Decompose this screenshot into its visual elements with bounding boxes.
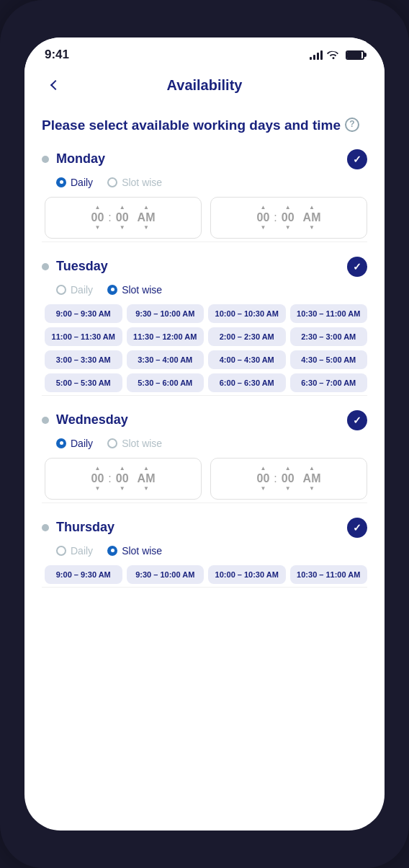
header: Availability: [24, 68, 385, 105]
toggle-daily-thursday[interactable]: Daily: [56, 545, 93, 557]
radio-slotwise-tuesday: [107, 285, 117, 295]
radio-daily-thursday: [56, 546, 66, 556]
day-check-wednesday[interactable]: ✓: [347, 410, 367, 430]
slots-grid-tuesday: 9:00 – 9:30 AM9:30 – 10:00 AM10:00 – 10:…: [45, 304, 367, 392]
day-check-monday[interactable]: ✓: [347, 149, 367, 169]
slot-item-tuesday-14[interactable]: 6:00 – 6:30 AM: [208, 373, 286, 392]
toggle-label-slotwise-tuesday: Slot wise: [122, 284, 162, 296]
toggle-label-daily-wednesday: Daily: [71, 438, 93, 449]
slot-item-thursday-1[interactable]: 9:30 – 10:00 AM: [127, 565, 204, 584]
page-subtitle: Please select available working days and…: [42, 117, 367, 135]
radio-slotwise-monday: [107, 177, 117, 187]
slot-item-tuesday-3[interactable]: 10:30 – 11:00 AM: [290, 304, 368, 323]
slot-item-tuesday-6[interactable]: 2:00 – 2:30 AM: [208, 327, 286, 346]
slot-item-tuesday-11[interactable]: 4:30 – 5:00 AM: [290, 350, 368, 369]
slot-item-tuesday-1[interactable]: 9:30 – 10:00 AM: [127, 304, 204, 323]
radio-daily-monday: [56, 177, 66, 187]
phone-screen: 9:41 Availability: [24, 37, 385, 831]
toggle-label-daily-thursday: Daily: [71, 545, 93, 557]
toggle-slotwise-thursday[interactable]: Slot wise: [107, 545, 162, 557]
days-container: Monday✓DailySlot wise▲00▼:▲00▼▲AM▼▲00▼:▲…: [42, 149, 367, 588]
slot-item-tuesday-5[interactable]: 11:30 – 12:00 AM: [127, 327, 204, 346]
toggle-slotwise-wednesday[interactable]: Slot wise: [107, 438, 162, 449]
toggle-row-thursday: DailySlot wise: [56, 545, 367, 557]
day-check-tuesday[interactable]: ✓: [347, 257, 367, 277]
day-section-wednesday: Wednesday✓DailySlot wise▲00▼:▲00▼▲AM▼▲00…: [42, 410, 367, 503]
slot-item-tuesday-8[interactable]: 3:00 – 3:30 AM: [45, 350, 122, 369]
day-section-thursday: Thursday✓DailySlot wise9:00 – 9:30 AM9:3…: [42, 518, 367, 588]
slot-item-tuesday-12[interactable]: 5:00 – 5:30 AM: [45, 373, 122, 392]
toggle-row-wednesday: DailySlot wise: [56, 438, 367, 449]
slot-item-tuesday-0[interactable]: 9:00 – 9:30 AM: [45, 304, 122, 323]
day-name-wednesday: Wednesday: [56, 412, 128, 428]
slot-item-thursday-3[interactable]: 10:30 – 11:00 AM: [290, 565, 368, 584]
toggle-row-tuesday: DailySlot wise: [56, 284, 367, 296]
day-dot-thursday: [42, 524, 49, 531]
toggle-label-daily-tuesday: Daily: [71, 284, 93, 296]
time-picker-wednesday-0[interactable]: ▲00▼:▲00▼▲AM▼: [45, 458, 202, 500]
slot-item-tuesday-13[interactable]: 5:30 – 6:00 AM: [127, 373, 204, 392]
time-picker-monday-1[interactable]: ▲00▼:▲00▼▲AM▼: [210, 197, 367, 239]
slots-grid-thursday: 9:00 – 9:30 AM9:30 – 10:00 AM10:00 – 10:…: [45, 565, 367, 584]
divider-tuesday: [42, 395, 367, 396]
back-button[interactable]: [42, 74, 65, 97]
time-picker-wednesday-1[interactable]: ▲00▼:▲00▼▲AM▼: [210, 458, 367, 500]
divider-wednesday: [42, 502, 367, 503]
day-check-thursday[interactable]: ✓: [347, 518, 367, 538]
slot-item-tuesday-7[interactable]: 2:30 – 3:00 AM: [290, 327, 368, 346]
toggle-daily-wednesday[interactable]: Daily: [56, 438, 93, 449]
slot-item-tuesday-9[interactable]: 3:30 – 4:00 AM: [127, 350, 204, 369]
divider-monday: [42, 242, 367, 242]
scroll-content[interactable]: Please select available working days and…: [24, 105, 385, 831]
day-section-monday: Monday✓DailySlot wise▲00▼:▲00▼▲AM▼▲00▼:▲…: [42, 149, 367, 242]
toggle-label-slotwise-wednesday: Slot wise: [122, 438, 162, 449]
time-pickers-monday: ▲00▼:▲00▼▲AM▼▲00▼:▲00▼▲AM▼: [45, 197, 367, 239]
slot-item-tuesday-10[interactable]: 4:00 – 4:30 AM: [208, 350, 286, 369]
toggle-label-slotwise-monday: Slot wise: [122, 177, 162, 188]
toggle-label-daily-monday: Daily: [71, 177, 93, 188]
radio-slotwise-wednesday: [107, 438, 117, 448]
help-icon[interactable]: ?: [345, 118, 359, 132]
toggle-daily-monday[interactable]: Daily: [56, 177, 93, 188]
day-section-tuesday: Tuesday✓DailySlot wise9:00 – 9:30 AM9:30…: [42, 257, 367, 396]
day-name-monday: Monday: [56, 151, 105, 167]
status-time: 9:41: [45, 48, 69, 62]
toggle-slotwise-tuesday[interactable]: Slot wise: [107, 284, 162, 296]
battery-icon: [346, 50, 364, 60]
slot-item-thursday-0[interactable]: 9:00 – 9:30 AM: [45, 565, 122, 584]
phone-frame: 9:41 Availability: [0, 0, 409, 868]
radio-daily-tuesday: [56, 285, 66, 295]
status-bar: 9:41: [24, 37, 385, 68]
slot-item-tuesday-4[interactable]: 11:00 – 11:30 AM: [45, 327, 122, 346]
day-name-tuesday: Tuesday: [56, 259, 108, 274]
toggle-daily-tuesday[interactable]: Daily: [56, 284, 93, 296]
toggle-label-slotwise-thursday: Slot wise: [122, 545, 162, 557]
slot-item-thursday-2[interactable]: 10:00 – 10:30 AM: [208, 565, 286, 584]
radio-daily-wednesday: [56, 438, 66, 448]
back-chevron-icon: [50, 80, 60, 90]
day-dot-tuesday: [42, 263, 49, 270]
radio-slotwise-thursday: [107, 546, 117, 556]
wifi-icon: [327, 49, 340, 61]
page-title: Availability: [65, 77, 344, 94]
divider-thursday: [42, 587, 367, 588]
slot-item-tuesday-2[interactable]: 10:00 – 10:30 AM: [208, 304, 286, 323]
day-name-thursday: Thursday: [56, 520, 114, 535]
day-header-wednesday: Wednesday✓: [42, 410, 367, 430]
day-dot-wednesday: [42, 417, 49, 424]
time-pickers-wednesday: ▲00▼:▲00▼▲AM▼▲00▼:▲00▼▲AM▼: [45, 458, 367, 500]
signal-icon: [310, 50, 323, 60]
slot-item-tuesday-15[interactable]: 6:30 – 7:00 AM: [290, 373, 368, 392]
time-picker-monday-0[interactable]: ▲00▼:▲00▼▲AM▼: [45, 197, 202, 239]
day-dot-monday: [42, 156, 49, 163]
day-header-monday: Monday✓: [42, 149, 367, 169]
day-header-thursday: Thursday✓: [42, 518, 367, 538]
toggle-row-monday: DailySlot wise: [56, 177, 367, 188]
status-icons: [310, 49, 364, 61]
day-header-tuesday: Tuesday✓: [42, 257, 367, 277]
toggle-slotwise-monday[interactable]: Slot wise: [107, 177, 162, 188]
